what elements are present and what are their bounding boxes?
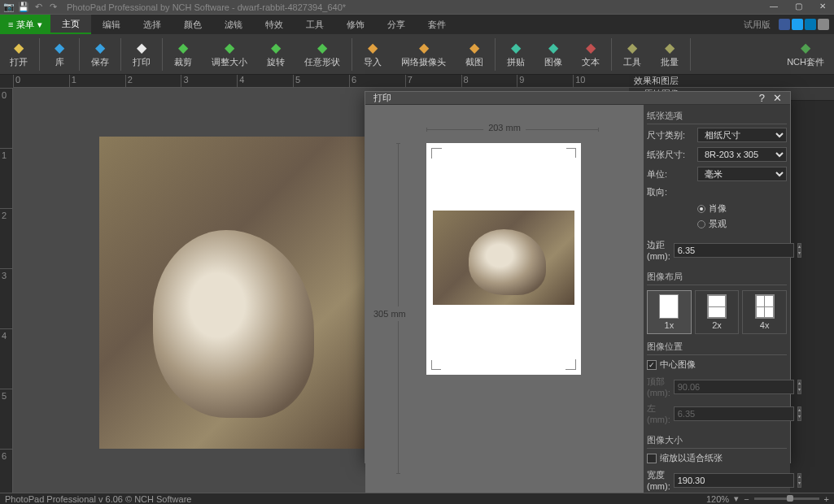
tool-裁剪[interactable]: ◆裁剪 (164, 37, 202, 72)
zoom-out-button[interactable]: − (744, 494, 749, 504)
close-button[interactable]: ✕ (814, 2, 831, 13)
tool-批量[interactable]: ◆批量 (651, 37, 688, 72)
left-spinner: ▴▾ (797, 406, 801, 421)
ruler-vertical: 0123456 (0, 88, 13, 493)
menu-tab-8[interactable]: 分享 (376, 15, 417, 34)
title-bar: 📷 💾 ↶ ↷ PhotoPad Professional by NCH Sof… (0, 0, 834, 15)
dialog-title-text: 打印 (373, 92, 391, 104)
version-label: PhotoPad Professional v 6.06 © NCH Softw… (5, 494, 191, 504)
ribbon-toolbar: ◆打开◆库◆保存◆打印◆裁剪◆调整大小◆旋转◆任意形状◆导入◆网络摄像头◆截图◆… (0, 34, 834, 75)
save-icon[interactable]: 💾 (18, 2, 29, 13)
zoom-dropdown-icon[interactable]: ▾ (734, 493, 739, 504)
print-settings-pane: 纸张选项 尺寸类别:相纸尺寸 纸张尺寸:8R-203 x 305 单位:毫米 取… (644, 105, 790, 504)
print-preview-pane: 203 mm 305 mm (365, 105, 644, 504)
menu-tab-1[interactable]: 编辑 (91, 15, 132, 34)
center-image-checkbox[interactable]: 中心图像 (647, 357, 787, 372)
layout-option-1x[interactable]: 1x (647, 290, 692, 334)
tool-截图[interactable]: ◆截图 (456, 37, 493, 72)
tool-文本[interactable]: ◆文本 (572, 37, 609, 72)
tool-保存[interactable]: ◆保存 (81, 37, 119, 72)
ruler-horizontal: 012345678910 (13, 75, 629, 88)
paper-options-header: 纸张选项 (647, 108, 787, 124)
tool-调整大小[interactable]: ◆调整大小 (202, 37, 257, 72)
preview-image (433, 211, 574, 305)
menu-tab-4[interactable]: 滤镜 (213, 15, 254, 34)
orientation-portrait-radio[interactable]: 肖像 (647, 202, 787, 215)
size-header: 图像大小 (647, 432, 787, 449)
app-icon: 📷 (3, 2, 15, 13)
print-dialog: 打印 ? ✕ 203 mm 305 mm 纸张选项 尺寸类别:相纸尺寸 纸张尺寸… (365, 91, 791, 463)
menu-tab-7[interactable]: 修饰 (335, 15, 376, 34)
tool-网络摄像头[interactable]: ◆网络摄像头 (391, 37, 456, 72)
tool-库[interactable]: ◆库 (41, 37, 77, 72)
tool-工具[interactable]: ◆工具 (613, 37, 651, 72)
tool-图像[interactable]: ◆图像 (535, 37, 572, 72)
top-input (674, 380, 794, 394)
preview-width-label: 203 mm (483, 123, 526, 133)
zoom-in-button[interactable]: + (824, 494, 829, 504)
menu-tab-6[interactable]: 工具 (295, 15, 335, 34)
menu-bar: ≡ 菜单 ▾ 主页编辑选择颜色滤镜特效工具修饰分享套件 试用版 (0, 15, 834, 34)
preview-height-label: 305 mm (373, 306, 406, 321)
paper-size-select[interactable]: 8R-203 x 305 (697, 147, 787, 162)
layout-header: 图像布局 (647, 269, 787, 285)
maximize-button[interactable]: ▢ (790, 2, 806, 13)
paper-preview (426, 143, 581, 375)
width-input[interactable] (674, 473, 794, 488)
zoom-label: 120% (706, 494, 729, 504)
tool-打印[interactable]: ◆打印 (123, 37, 160, 72)
menu-tab-2[interactable]: 选择 (132, 15, 172, 34)
tool-任意形状[interactable]: ◆任意形状 (295, 37, 350, 72)
trial-label: 试用版 (736, 15, 779, 34)
scale-fit-checkbox[interactable]: 缩放以适合纸张 (647, 450, 787, 466)
layout-option-2x[interactable]: 2x (695, 290, 740, 334)
position-header: 图像位置 (647, 339, 787, 355)
menu-tab-3[interactable]: 颜色 (172, 15, 213, 34)
top-spinner: ▴▾ (797, 380, 801, 394)
units-select[interactable]: 毫米 (697, 167, 787, 181)
dialog-help-button[interactable]: ? (759, 92, 765, 104)
tool-拼贴[interactable]: ◆拼贴 (497, 37, 535, 72)
file-menu-button[interactable]: ≡ 菜单 ▾ (0, 15, 50, 34)
dialog-titlebar: 打印 ? ✕ (365, 92, 790, 105)
dialog-close-button[interactable]: ✕ (773, 92, 782, 104)
redo-icon[interactable]: ↷ (47, 2, 59, 13)
undo-icon[interactable]: ↶ (33, 2, 44, 13)
width-spinner[interactable]: ▴▾ (797, 473, 801, 488)
margin-input[interactable] (674, 243, 794, 258)
margin-spinner[interactable]: ▴▾ (797, 243, 801, 258)
orientation-landscape-radio[interactable]: 景观 (647, 217, 787, 231)
layout-option-4x[interactable]: 4x (742, 290, 787, 334)
tool-打开[interactable]: ◆打开 (0, 37, 37, 72)
tool-导入[interactable]: ◆导入 (354, 37, 391, 72)
menu-tab-0[interactable]: 主页 (50, 15, 91, 34)
left-input (674, 406, 794, 421)
menu-tab-5[interactable]: 特效 (254, 15, 295, 34)
effects-panel-header: 效果和图层 (629, 75, 834, 88)
document-image[interactable] (99, 137, 368, 449)
twitter-icon[interactable] (792, 19, 803, 30)
window-title: PhotoPad Professional by NCH Software - … (67, 2, 346, 12)
menu-tab-9[interactable]: 套件 (417, 15, 457, 34)
social-icons (779, 15, 834, 34)
facebook-icon[interactable] (779, 19, 790, 30)
quick-access-toolbar: 📷 💾 ↶ ↷ (3, 2, 59, 13)
minimize-button[interactable]: — (766, 2, 782, 13)
tool-NCH套件[interactable]: ◆NCH套件 (777, 37, 834, 72)
zoom-slider[interactable] (754, 497, 819, 500)
tool-旋转[interactable]: ◆旋转 (257, 37, 295, 72)
linkedin-icon[interactable] (805, 19, 816, 30)
size-type-select[interactable]: 相纸尺寸 (697, 128, 787, 142)
status-bar: PhotoPad Professional v 6.06 © NCH Softw… (0, 493, 834, 504)
share-icon[interactable] (818, 19, 829, 30)
